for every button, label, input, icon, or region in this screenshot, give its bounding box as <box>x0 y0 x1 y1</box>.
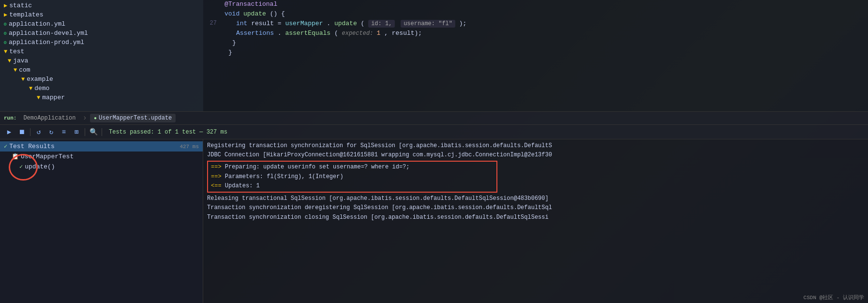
run-label: run: <box>4 115 16 121</box>
folder-icon: ▼ <box>14 67 17 74</box>
class-icon: 📋 <box>12 153 19 160</box>
test-time-badge: 427 ms <box>180 144 199 150</box>
group-button[interactable]: ⊞ <box>71 127 82 137</box>
console-line-1: Registering transaction synchronization … <box>207 141 864 151</box>
test-tree-method[interactable]: ✓ update() <box>0 162 203 172</box>
code-line-brace2: } <box>203 48 868 58</box>
test-tree: ✓ Test Results 427 ms 📋 UserMapperTest ✓… <box>0 139 203 303</box>
folder-icon: ▼ <box>8 58 11 64</box>
file-yaml-icon: ⚙ <box>4 40 7 45</box>
csdn-watermark: CSDN @社区 - 认识同学 <box>804 294 864 301</box>
test-tree-class[interactable]: 📋 UserMapperTest <box>0 152 203 162</box>
code-editor: @Transactional void update () { 27 int r… <box>203 0 868 111</box>
folder-icon: ▼ <box>37 94 40 101</box>
console-line-2: JDBC Connection [HikariProxyConnection@1… <box>207 151 864 160</box>
console-line-4: ==> Parameters: fl(String), 1(Integer) <box>211 172 494 182</box>
sidebar-item-static[interactable]: ▶ static <box>0 1 203 10</box>
file-yaml-icon: ⚙ <box>4 30 7 36</box>
bottom-panel: ✓ Test Results 427 ms 📋 UserMapperTest ✓… <box>0 139 868 303</box>
sidebar-item-demo[interactable]: ▼ demo <box>0 84 203 93</box>
folder-icon: ▶ <box>4 2 7 9</box>
code-line-brace1: } <box>203 39 868 48</box>
console-line-7: Transaction synchronization deregisterin… <box>207 203 864 212</box>
code-line-annotation: @Transactional <box>203 0 868 10</box>
sort-button[interactable]: ≡ <box>59 127 69 137</box>
code-line-27: 27 int result = userMapper . update ( id… <box>203 19 868 29</box>
code-line-assertions: Assertions . assertEquals ( expected: 1 … <box>203 29 868 39</box>
stop-button[interactable]: ⏹ <box>16 127 27 137</box>
sidebar-item-test[interactable]: ▼ test <box>0 47 203 56</box>
test-tree-root[interactable]: ✓ Test Results 427 ms <box>0 141 203 152</box>
pass-icon: ✓ <box>4 143 7 150</box>
search-button[interactable]: 🔍 <box>88 127 99 137</box>
sidebar-item-application-yml[interactable]: ⚙ application.yml <box>0 19 203 29</box>
sidebar-item-com[interactable]: ▼ com <box>0 65 203 75</box>
pass-icon-method: ✓ <box>19 163 23 170</box>
console-line-8: Transaction synchronization closing SqlS… <box>207 213 864 222</box>
sidebar-item-java[interactable]: ▼ java <box>0 56 203 65</box>
folder-icon: ▶ <box>4 11 7 18</box>
sidebar-item-mapper[interactable]: ▼ mapper <box>0 93 203 102</box>
console-line-3: ==> Preparing: update userinfo set usern… <box>211 163 494 172</box>
sidebar-item-templates[interactable]: ▶ templates <box>0 10 203 19</box>
run-tab-demo-application[interactable]: DemoApplication <box>19 114 79 122</box>
code-line-void: void update () { <box>203 10 868 19</box>
test-toolbar: ▶ ⏹ ↺ ↻ ≡ ⊞ 🔍 Tests passed: 1 of 1 test … <box>0 125 868 139</box>
folder-icon: ▼ <box>21 76 25 83</box>
toolbar-separator-3 <box>102 128 102 136</box>
rerun-failed-button[interactable]: ↻ <box>46 127 57 137</box>
folder-icon: ▼ <box>29 85 32 92</box>
folder-icon: ▼ <box>4 48 7 55</box>
toolbar-separator <box>30 128 30 136</box>
file-tree: ▶ static ▶ templates ⚙ application.yml ⚙… <box>0 0 203 111</box>
console-line-6: Releasing transactional SqlSession [org.… <box>207 194 864 203</box>
run-bar: run: DemoApplication › ● UserMapperTest.… <box>0 111 868 125</box>
console-line-5: <== Updates: 1 <box>211 182 494 191</box>
file-yaml-icon: ⚙ <box>4 21 7 27</box>
sidebar-item-application-prod-yml[interactable]: ⚙ application-prod.yml <box>0 38 203 47</box>
tests-passed-label: Tests passed: 1 of 1 test — 327 ms <box>109 129 227 136</box>
rerun-button[interactable]: ↺ <box>33 127 44 137</box>
active-dot: ● <box>94 116 97 121</box>
toolbar-separator-2 <box>85 128 85 136</box>
sql-highlight-box: ==> Preparing: update userinfo set usern… <box>207 161 497 193</box>
sidebar-item-application-devel-yml[interactable]: ⚙ application-devel.yml <box>0 29 203 38</box>
console-output: Registering transaction synchronization … <box>203 139 868 303</box>
run-tests-button[interactable]: ▶ <box>4 127 15 137</box>
run-tab-usermapper-test[interactable]: ● UserMapperTest.update <box>90 114 176 122</box>
sidebar-item-example[interactable]: ▼ example <box>0 75 203 84</box>
